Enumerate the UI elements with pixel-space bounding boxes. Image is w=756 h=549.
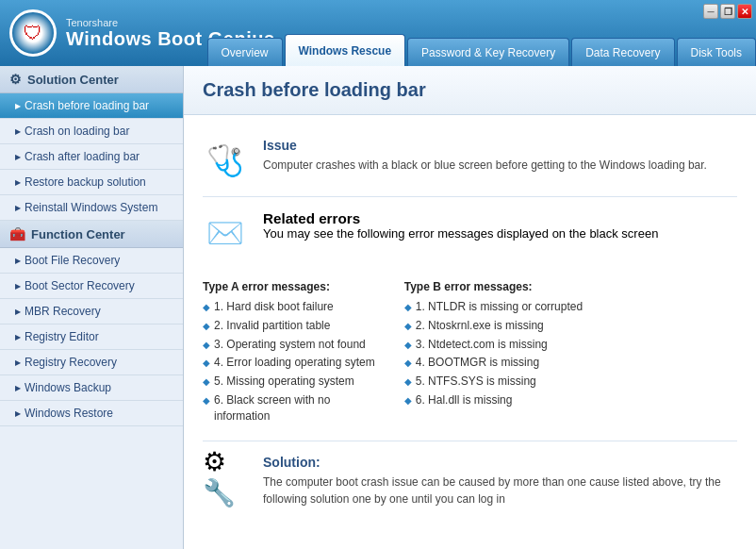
error-col-a: Type A error messages: ◆1. Hard disk boo… [203,280,386,427]
error-b-6: ◆6. Hal.dll is missing [404,392,587,408]
page-title: Crash before loading bar [203,79,737,101]
sidebar-item-crash-before-loading-bar[interactable]: Crash before loading bar [0,93,183,119]
sidebar-item-reinstall-windows-system[interactable]: Reinstall Windows System [0,195,183,221]
diamond-icon-a3: ◆ [203,339,210,352]
error-b-3: ◆3. Ntdetect.com is missing [404,337,587,353]
error-a-5: ◆5. Missing operating system [203,374,386,390]
issue-description: Computer crashes with a black or blue sc… [263,157,707,174]
error-a-2: ◆2. Invalid partition table [203,318,386,334]
tab-windows-rescue[interactable]: Windows Rescue [285,34,406,66]
related-errors-heading: Related errors [263,210,658,226]
sidebar-item-mbr-recovery[interactable]: MBR Recovery [0,299,183,324]
function-center-header: 🧰 Function Center [0,221,183,248]
solution-description: The computer boot crash issue can be cau… [263,474,737,507]
diamond-icon-b3: ◆ [404,339,412,352]
diamond-icon-a4: ◆ [203,357,210,370]
type-b-label: Type B error messages: [404,280,587,293]
solution-center-header: ⚙ Solution Center [0,66,183,93]
minimize-button[interactable]: ─ [703,4,718,19]
diamond-icon-a6: ◆ [203,394,210,408]
error-b-2: ◆2. Ntoskrnl.exe is missing [404,318,587,334]
content-header: Crash before loading bar [184,66,756,115]
sidebar-item-boot-sector-recovery[interactable]: Boot Sector Recovery [0,274,183,299]
related-errors-section: ✉️ Related errors You may see the follow… [203,197,737,441]
close-button[interactable]: ✕ [737,4,752,19]
related-errors-header-row: ✉️ Related errors You may see the follow… [203,210,658,256]
error-b-1: ◆1. NTLDR is missing or corrupted [404,299,587,315]
tab-password-key-recovery[interactable]: Password & Key Recovery [407,38,569,66]
related-errors-header: Related errors You may see the following… [263,210,658,241]
sidebar-item-windows-backup[interactable]: Windows Backup [0,375,183,401]
diamond-icon-b4: ◆ [404,357,412,370]
main-layout: ⚙ Solution Center Crash before loading b… [0,66,756,549]
window-controls: ─ ❐ ✕ [703,4,752,19]
sidebar-item-registry-recovery[interactable]: Registry Recovery [0,350,183,375]
issue-section: 🩺 Issue Computer crashes with a black or… [203,125,737,197]
solution-icon: ⚙🔧 [203,455,248,500]
issue-content: Issue Computer crashes with a black or b… [263,138,707,174]
diamond-icon-a2: ◆ [203,320,210,333]
sidebar-item-registry-editor[interactable]: Registry Editor [0,324,183,350]
restore-button[interactable]: ❐ [720,4,735,19]
error-b-4: ◆4. BOOTMGR is missing [404,355,587,371]
sidebar-item-boot-file-recovery[interactable]: Boot File Recovery [0,248,183,274]
solution-center-icon: ⚙ [9,72,22,87]
error-a-6: ◆6. Black screen with no information [203,392,386,424]
sidebar-item-windows-restore[interactable]: Windows Restore [0,401,183,426]
diamond-icon-a5: ◆ [203,375,210,389]
issue-icon: 🩺 [203,138,248,183]
app-logo: 🛡 [9,9,57,57]
error-b-5: ◆5. NTFS.SYS is missing [404,374,587,390]
function-center-label: Function Center [31,227,125,241]
related-errors-icon: ✉️ [203,210,248,256]
tab-data-recovery[interactable]: Data Recovery [571,38,674,66]
content-area: Crash before loading bar 🩺 Issue Compute… [184,66,756,549]
solution-content: Solution: The computer boot crash issue … [263,455,737,507]
solution-center-label: Solution Center [27,73,119,87]
type-a-label: Type A error messages: [203,280,386,293]
tab-overview[interactable]: Overview [207,38,283,66]
sidebar-item-restore-backup-solution[interactable]: Restore backup solution [0,170,183,195]
diamond-icon-b5: ◆ [404,375,412,389]
content-body: 🩺 Issue Computer crashes with a black or… [184,115,756,530]
diamond-icon-a1: ◆ [203,301,210,314]
error-a-4: ◆4. Error loading operating sytem [203,355,386,371]
title-bar: ─ ❐ ✕ 🛡 Tenorshare Windows Boot Genius O… [0,0,756,66]
tab-disk-tools[interactable]: Disk Tools [677,38,756,66]
error-col-b: Type B error messages: ◆1. NTLDR is miss… [404,280,587,427]
error-a-1: ◆1. Hard disk boot failure [203,299,386,315]
issue-heading: Issue [263,138,707,153]
solution-section: ⚙🔧 Solution: The computer boot crash iss… [203,441,737,521]
error-columns: Type A error messages: ◆1. Hard disk boo… [203,280,586,427]
diamond-icon-b1: ◆ [404,301,412,314]
related-errors-description: You may see the following error messages… [263,226,658,241]
vendor-name: Tenorshare [66,17,275,28]
sidebar: ⚙ Solution Center Crash before loading b… [0,66,184,549]
sidebar-item-crash-on-loading-bar[interactable]: Crash on loading bar [0,119,183,144]
diamond-icon-b2: ◆ [404,320,412,333]
sidebar-item-crash-after-loading-bar[interactable]: Crash after loading bar [0,144,183,170]
solution-heading: Solution: [263,455,737,470]
diamond-icon-b6: ◆ [404,394,412,408]
function-center-icon: 🧰 [9,226,25,241]
error-a-3: ◆3. Operating system not found [203,337,386,353]
nav-tabs: Overview Windows Rescue Password & Key R… [205,34,757,66]
